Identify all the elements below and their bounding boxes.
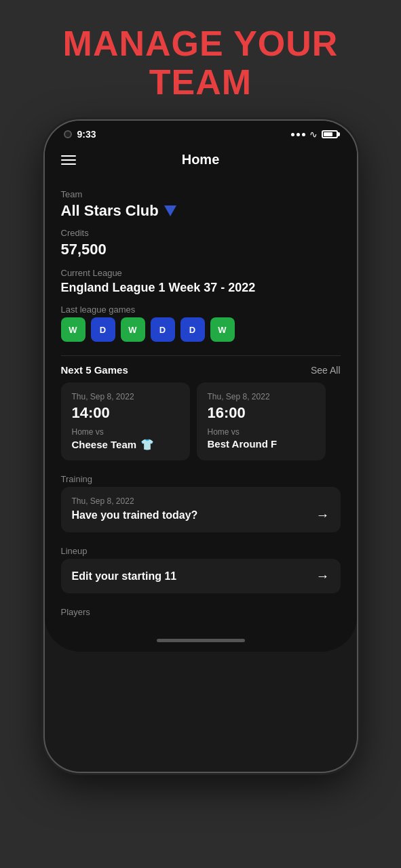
credits-value: 57,500 (61, 241, 341, 258)
game-result-badge: D (180, 317, 205, 342)
game-card[interactable]: Thu, Sep 8, 202216:00Home vsBest Around … (197, 382, 326, 460)
training-row: Have you trained today? → (72, 507, 330, 523)
training-prompt: Have you trained today? (72, 509, 198, 521)
game-opponent-name: Best Around F (208, 438, 278, 450)
headline-line1: MANAGE YOUR (63, 24, 339, 63)
status-time: 9:33 (77, 129, 96, 140)
game-card-time: 14:00 (72, 404, 179, 422)
game-card-date: Thu, Sep 8, 2022 (208, 392, 315, 401)
game-card[interactable]: Thu, Sep 8, 202214:00Home vsCheese Team👕 (61, 382, 190, 460)
team-name: All Stars Club (61, 202, 159, 220)
home-indicator (157, 639, 245, 642)
games-scroll[interactable]: Thu, Sep 8, 202214:00Home vsCheese Team👕… (61, 382, 341, 460)
lineup-text: Edit your starting 11 (72, 570, 177, 583)
game-vs-label: Home vs (72, 427, 179, 437)
app-header: Home (45, 144, 357, 176)
lineup-section-label: Lineup (61, 546, 341, 556)
game-result-badge: D (91, 317, 115, 342)
camera-dot (64, 130, 72, 138)
screen-content[interactable]: Team All Stars Club Credits 57,500 Curre… (45, 176, 357, 633)
hamburger-line-1 (61, 155, 76, 157)
signal-dots (291, 133, 305, 136)
page-headline: MANAGE YOUR TEAM (63, 24, 339, 102)
hamburger-line-2 (61, 159, 76, 161)
current-league-label: Current League (61, 268, 341, 278)
signal-dot-1 (291, 133, 294, 136)
game-vs-label: Home vs (208, 427, 315, 437)
shirt-icon: 👕 (140, 438, 154, 451)
game-opponent-name: Cheese Team (72, 439, 137, 450)
credits-label: Credits (61, 228, 341, 238)
game-result-badge: W (121, 317, 145, 342)
headline-line2: TEAM (149, 62, 252, 102)
training-section-label: Training (61, 474, 341, 484)
next-games-header: Next 5 Games See All (61, 364, 341, 376)
game-result-badge: W (210, 317, 235, 342)
game-badges-row: WDWDDW (61, 317, 341, 342)
phone-shell: 9:33 ∿ Home (45, 121, 357, 772)
signal-dot-2 (297, 133, 300, 136)
lineup-card[interactable]: Edit your starting 11 → (61, 559, 341, 593)
training-card[interactable]: Thu, Sep 8, 2022 Have you trained today?… (61, 487, 341, 532)
game-card-date: Thu, Sep 8, 2022 (72, 392, 179, 401)
app-header-title: Home (182, 152, 220, 167)
game-result-badge: W (61, 317, 85, 342)
team-label: Team (61, 189, 341, 199)
status-icons: ∿ (291, 129, 338, 140)
battery-fill (324, 132, 333, 136)
next-games-title: Next 5 Games (61, 364, 128, 376)
wifi-icon: ∿ (309, 129, 318, 140)
team-name-row: All Stars Club (61, 202, 341, 220)
last-games-label: Last league games (61, 304, 341, 315)
game-opponent-row: Best Around F (208, 438, 315, 450)
game-card-time: 16:00 (208, 404, 315, 422)
league-value: England League 1 Week 37 - 2022 (61, 281, 341, 295)
hamburger-line-3 (61, 163, 76, 165)
training-arrow-button[interactable]: → (316, 507, 330, 523)
see-all-link[interactable]: See All (311, 365, 341, 376)
training-date: Thu, Sep 8, 2022 (72, 496, 330, 506)
team-badge-icon (164, 205, 176, 216)
lineup-arrow-button[interactable]: → (316, 568, 330, 584)
game-result-badge: D (151, 317, 175, 342)
status-time-group: 9:33 (64, 129, 96, 140)
phone-screen: 9:33 ∿ Home (45, 121, 357, 652)
game-opponent-row: Cheese Team👕 (72, 438, 179, 451)
status-bar: 9:33 ∿ (45, 121, 357, 144)
signal-dot-3 (302, 133, 305, 136)
players-section-label: Players (61, 607, 341, 617)
battery-icon (322, 130, 338, 138)
hamburger-menu-button[interactable] (61, 155, 76, 165)
divider-1 (61, 355, 341, 356)
